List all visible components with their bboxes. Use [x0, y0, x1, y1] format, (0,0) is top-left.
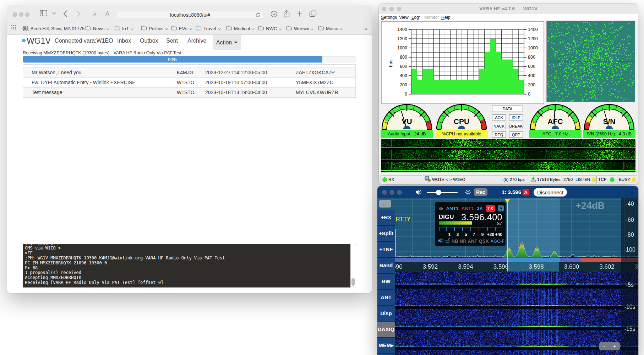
volume-slider-knob[interactable] [436, 190, 441, 195]
status-dot [632, 177, 636, 182]
frequency-scale[interactable]: 3.5903.5923.5943.5963.5983.6003.6023.604 [377, 262, 638, 271]
zoom-button[interactable] [397, 190, 402, 195]
close-button[interactable] [382, 190, 387, 195]
table-row[interactable]: Test message W1STO 2023-10-18T13:19:00-0… [23, 88, 355, 98]
chevron-down-icon [252, 26, 255, 31]
increase-font-icon[interactable]: A [105, 11, 109, 17]
new-tab-icon[interactable] [296, 11, 303, 17]
vfo-agc-mode[interactable]: AGC-F [490, 239, 504, 244]
vfo-panel[interactable]: ⊗ ANT1 ANT1 3K TX A DIGU 3.596.400 S7 13… [435, 202, 506, 246]
vfo-audio-icon[interactable] [438, 238, 444, 244]
status-panel: WG1V <-> W1EO [423, 176, 501, 183]
pat-nav-item[interactable]: Sent [166, 38, 178, 44]
zoom-in-button[interactable]: + [610, 342, 620, 350]
bookmark-folder[interactable]: Music [318, 25, 343, 32]
sidebar-item[interactable]: BW [377, 274, 395, 290]
sidebar-chevron-icon[interactable] [52, 12, 56, 15]
disconnect-button[interactable]: Disconnect [534, 188, 567, 197]
more-chevrons-icon[interactable]: » [630, 188, 633, 196]
vfo-rx-antenna[interactable]: ANT1 [446, 206, 459, 211]
reload-icon[interactable] [255, 12, 261, 19]
table-row[interactable]: Fw: DYFI Automatic Entry - Winlink EXERC… [23, 78, 355, 88]
vfo-lock-icon[interactable] [446, 238, 450, 244]
bookmark-site-label: Birch Hill, Stow, MA 01775 [31, 26, 84, 31]
vfo-close-icon[interactable]: ⊗ [439, 205, 443, 212]
sidebar-item[interactable] [377, 354, 395, 355]
zoom-out-button[interactable]: - [599, 342, 610, 350]
vfo-slice-badge[interactable]: A [498, 205, 504, 211]
vfo-frequency[interactable]: 3.596.400 [461, 212, 502, 222]
menu-item[interactable]: Settings [381, 15, 397, 20]
volume-slider-track[interactable] [427, 192, 458, 193]
terminal-scrollbar-thumb[interactable] [351, 278, 355, 286]
vara-constellation [546, 21, 635, 102]
vfo-tx-badge[interactable]: TX [486, 205, 495, 212]
minimize-button[interactable] [389, 7, 394, 11]
sidebar-item[interactable]: DAXIQ [377, 322, 395, 338]
bookmark-folder[interactable]: Travel [196, 25, 221, 32]
vara-menubar: SettingsViewLog*MonitorHelp [379, 14, 638, 21]
close-button[interactable] [382, 7, 386, 11]
bookmark-folder[interactable]: NWC [258, 25, 282, 32]
close-button[interactable] [13, 12, 17, 17]
bookmark-weewx-site[interactable]: weeWX Birch Hill, Stow, MA 01775 [22, 25, 84, 32]
bookmarks-overflow-chevron[interactable]: » [364, 25, 367, 32]
sidebar-item[interactable]: +Split [377, 226, 395, 242]
sidebar-collapse-button[interactable]: ← [379, 200, 391, 208]
bookmark-folder[interactable]: Weewx [286, 25, 313, 32]
share-icon[interactable] [284, 10, 290, 17]
downloads-icon[interactable] [271, 11, 277, 17]
vara-data-indicator: NACK [492, 123, 506, 129]
vfo-s-meter-scale [439, 227, 503, 232]
menu-item[interactable]: Help [441, 15, 451, 20]
vfo-dsp-flags[interactable]: NB NR ANF QSK [452, 239, 489, 244]
zoom-button[interactable] [25, 12, 29, 17]
forward-button[interactable] [76, 10, 81, 17]
menu-item[interactable]: View [399, 15, 409, 20]
menu-item[interactable]: Log* [411, 15, 421, 20]
address-bar[interactable]: localhost:8080/ui# [117, 11, 263, 19]
sidebar-item[interactable]: ANT [377, 290, 395, 306]
pat-action-dropdown[interactable]: Action [213, 35, 241, 50]
sidebar-item[interactable]: +TNF [377, 242, 395, 258]
pat-nav-item[interactable]: Outbox [140, 38, 158, 44]
zoom-button[interactable] [397, 7, 401, 11]
table-row-partial[interactable] [23, 65, 355, 68]
back-button[interactable] [63, 10, 67, 17]
svg-text:600: 600 [400, 64, 407, 69]
sidebar-item[interactable]: +RX [377, 210, 395, 226]
terminal-scrollbar[interactable] [350, 244, 356, 287]
sidebar-toggle-icon[interactable] [40, 10, 47, 16]
vfo-tx-antenna[interactable]: ANT1 [462, 206, 474, 211]
bookmark-folder[interactable]: EVs [171, 25, 192, 32]
minimize-button[interactable] [19, 12, 23, 17]
cell-subject: Test message [32, 90, 62, 95]
status-label: (5) 270 bps [503, 177, 525, 182]
decrease-font-icon[interactable]: A [93, 12, 96, 17]
bookmark-folder[interactable]: Medical [226, 25, 255, 32]
record-button[interactable]: Rec [474, 188, 487, 196]
pat-nav-item[interactable]: Inbox [117, 38, 131, 44]
vfo-filter-width[interactable]: 3K [477, 206, 483, 211]
pat-nav-item[interactable]: Archive [187, 38, 206, 44]
table-row[interactable]: Mr Watson, I need you K4MJG 2023-12-27T1… [23, 68, 355, 78]
menu-item[interactable]: Monitor [424, 15, 439, 20]
pat-nav-item[interactable]: Connected vara:W1EO [55, 38, 113, 44]
bookmark-folder[interactable]: News [85, 25, 109, 32]
pat-brand[interactable]: WG1V [27, 36, 51, 46]
bookmark-folder[interactable]: IoT [114, 25, 133, 32]
svg-text:600: 600 [528, 64, 535, 69]
bookmark-folder[interactable]: Politics [141, 25, 168, 32]
pat-terminal[interactable]: ;PQ: 53827274 CMS via W1EO > >FF ;PM: WG… [23, 244, 356, 287]
gear-icon[interactable] [465, 189, 471, 197]
vara-titlebar: VARA HF v4.7.6 WG1V [379, 4, 638, 14]
vfo-mode[interactable]: DIGU [439, 214, 454, 221]
sidebar-item[interactable]: MEM▸ [377, 338, 395, 354]
minimize-button[interactable] [389, 190, 394, 195]
sdr-spectrum[interactable]: +24dB RTTY [377, 198, 638, 258]
frequently-visited-icon[interactable] [11, 25, 16, 30]
speaker-icon[interactable] [416, 189, 422, 197]
sidebar-item[interactable]: Disp [377, 306, 395, 322]
tab-overview-icon[interactable] [309, 10, 317, 17]
sidebar-item[interactable]: Band [377, 258, 395, 274]
